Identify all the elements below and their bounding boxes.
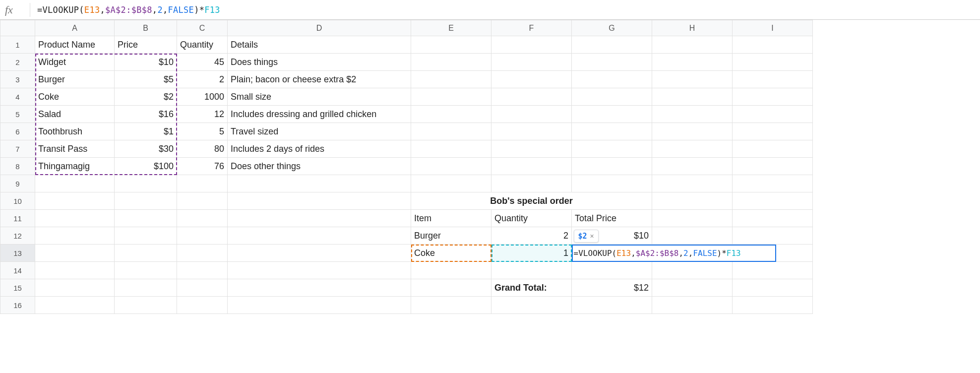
cell-c16[interactable] — [177, 297, 228, 314]
cell-b3[interactable]: $5 — [115, 71, 177, 88]
cell-i16[interactable] — [733, 297, 813, 314]
cell-c15[interactable] — [177, 279, 228, 297]
cell-g16[interactable] — [572, 297, 652, 314]
spreadsheet-grid[interactable]: A B C D E F G H I 1 Product Name Price Q… — [0, 20, 980, 314]
cell-i13[interactable] — [733, 245, 813, 262]
cell-e14[interactable] — [411, 262, 491, 279]
cell-e15[interactable] — [411, 279, 491, 297]
cell-f6[interactable] — [491, 123, 572, 140]
row-header-15[interactable]: 15 — [0, 279, 35, 297]
row-header-8[interactable]: 8 — [0, 158, 35, 175]
cell-i9[interactable] — [733, 175, 813, 192]
cell-c6[interactable]: 5 — [177, 123, 228, 140]
cell-d3[interactable]: Plain; bacon or cheese extra $2 — [228, 71, 411, 88]
cell-d8[interactable]: Does other things — [228, 158, 411, 175]
row-header-14[interactable]: 14 — [0, 262, 35, 279]
cell-a7[interactable]: Transit Pass — [35, 140, 115, 158]
cell-e13[interactable]: Coke — [411, 245, 491, 262]
cell-c7[interactable]: 80 — [177, 140, 228, 158]
cell-a5[interactable]: Salad — [35, 106, 115, 123]
cell-f11[interactable]: Quantity — [491, 210, 572, 227]
cell-h9[interactable] — [652, 175, 733, 192]
cell-f13[interactable]: 1 — [491, 245, 572, 262]
cell-i5[interactable] — [733, 106, 813, 123]
formula-bar-input[interactable]: =VLOOKUP(E13,$A$2:$B$8,2,FALSE)*F13 — [37, 5, 220, 15]
cell-i2[interactable] — [733, 54, 813, 71]
cell-b2[interactable]: $10 — [115, 54, 177, 71]
cell-i1[interactable] — [733, 36, 813, 54]
cell-f8[interactable] — [491, 158, 572, 175]
cell-c14[interactable] — [177, 262, 228, 279]
cell-c9[interactable] — [177, 175, 228, 192]
cell-g11[interactable]: Total Price — [572, 210, 652, 227]
row-header-9[interactable]: 9 — [0, 175, 35, 192]
cell-e9[interactable] — [411, 175, 491, 192]
cell-a4[interactable]: Coke — [35, 88, 115, 106]
cell-g12[interactable]: $10 — [572, 227, 652, 245]
cell-h12[interactable] — [652, 227, 733, 245]
cell-b9[interactable] — [115, 175, 177, 192]
cell-a12[interactable] — [35, 227, 115, 245]
row-header-6[interactable]: 6 — [0, 123, 35, 140]
cell-a14[interactable] — [35, 262, 115, 279]
cell-i11[interactable] — [733, 210, 813, 227]
cell-g13[interactable] — [572, 245, 652, 262]
row-header-7[interactable]: 7 — [0, 140, 35, 158]
cell-d15[interactable] — [228, 279, 411, 297]
cell-g3[interactable] — [572, 71, 652, 88]
cell-b12[interactable] — [115, 227, 177, 245]
cell-b10[interactable] — [115, 192, 177, 210]
cell-g14[interactable] — [572, 262, 652, 279]
cell-d6[interactable]: Travel sized — [228, 123, 411, 140]
cell-a2[interactable]: Widget — [35, 54, 115, 71]
cell-e2[interactable] — [411, 54, 491, 71]
cell-c8[interactable]: 76 — [177, 158, 228, 175]
select-all-corner[interactable] — [0, 20, 35, 36]
cell-g2[interactable] — [572, 54, 652, 71]
col-header-b[interactable]: B — [115, 20, 177, 36]
cell-h6[interactable] — [652, 123, 733, 140]
cell-i10[interactable] — [733, 192, 813, 210]
row-header-16[interactable]: 16 — [0, 297, 35, 314]
cell-a15[interactable] — [35, 279, 115, 297]
cell-d14[interactable] — [228, 262, 411, 279]
col-header-h[interactable]: H — [652, 20, 733, 36]
cell-g4[interactable] — [572, 88, 652, 106]
col-header-e[interactable]: E — [411, 20, 491, 36]
cell-c13[interactable] — [177, 245, 228, 262]
cell-a8[interactable]: Thingamagig — [35, 158, 115, 175]
cell-d16[interactable] — [228, 297, 411, 314]
cell-d4[interactable]: Small size — [228, 88, 411, 106]
cell-a16[interactable] — [35, 297, 115, 314]
cell-h3[interactable] — [652, 71, 733, 88]
row-header-12[interactable]: 12 — [0, 227, 35, 245]
cell-e1[interactable] — [411, 36, 491, 54]
cell-h13[interactable] — [652, 245, 733, 262]
cell-a3[interactable]: Burger — [35, 71, 115, 88]
cell-f3[interactable] — [491, 71, 572, 88]
cell-h5[interactable] — [652, 106, 733, 123]
cell-h14[interactable] — [652, 262, 733, 279]
row-header-13[interactable]: 13 — [0, 245, 35, 262]
cell-f2[interactable] — [491, 54, 572, 71]
cell-c12[interactable] — [177, 227, 228, 245]
cell-i12[interactable] — [733, 227, 813, 245]
cell-c3[interactable]: 2 — [177, 71, 228, 88]
cell-h7[interactable] — [652, 140, 733, 158]
cell-i6[interactable] — [733, 123, 813, 140]
cell-c4[interactable]: 1000 — [177, 88, 228, 106]
row-header-2[interactable]: 2 — [0, 54, 35, 71]
col-header-f[interactable]: F — [491, 20, 572, 36]
row-header-10[interactable]: 10 — [0, 192, 35, 210]
col-header-d[interactable]: D — [228, 20, 411, 36]
cell-f4[interactable] — [491, 88, 572, 106]
cell-d7[interactable]: Includes 2 days of rides — [228, 140, 411, 158]
row-header-1[interactable]: 1 — [0, 36, 35, 54]
cell-b14[interactable] — [115, 262, 177, 279]
cell-a9[interactable] — [35, 175, 115, 192]
cell-e6[interactable] — [411, 123, 491, 140]
cell-b6[interactable]: $1 — [115, 123, 177, 140]
col-header-a[interactable]: A — [35, 20, 115, 36]
cell-d10[interactable] — [228, 192, 411, 210]
cell-b16[interactable] — [115, 297, 177, 314]
